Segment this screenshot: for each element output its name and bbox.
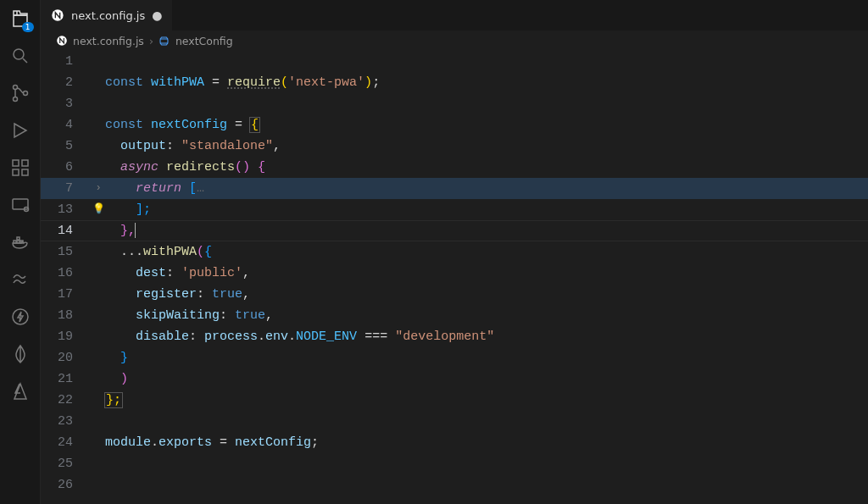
chevron-right-icon: › (149, 35, 153, 47)
nodejs-file-icon (51, 8, 64, 22)
line-number: 3 (41, 93, 88, 114)
extensions-icon[interactable] (8, 156, 32, 180)
svg-rect-6 (22, 169, 28, 175)
line-number: 13 (41, 199, 88, 220)
code-line: skipWaiting: true, (105, 305, 868, 326)
tailwind-icon[interactable] (8, 268, 32, 291)
code-line: ) (105, 368, 868, 390)
svg-point-1 (13, 86, 17, 90)
breadcrumb-file: next.config.js (73, 35, 144, 47)
tab-file-label: next.config.js (71, 9, 145, 22)
line-number: 1 (41, 51, 88, 72)
line-number: 7 (41, 178, 88, 199)
line-number: 25 (41, 453, 88, 474)
app-root: 1 (0, 0, 868, 504)
code-line: dest: 'public', (105, 263, 868, 284)
docker-icon[interactable] (8, 230, 32, 254)
fold-chevron-icon[interactable]: › (92, 178, 105, 199)
line-number: 22 (41, 390, 88, 411)
svg-point-3 (23, 91, 27, 96)
code-line (105, 93, 868, 114)
code-line: ...withPWA({ (105, 241, 868, 263)
line-number: 16 (41, 263, 88, 284)
code-editor[interactable]: 💡 1 2 3 4 5 6 7 13 14 15 16 17 18 19 20 … (41, 51, 868, 504)
dirty-indicator-icon: ● (152, 8, 162, 22)
search-icon[interactable] (8, 44, 32, 68)
code-line: }; (105, 390, 868, 411)
svg-rect-7 (22, 160, 28, 166)
code-line: disable: process.env.NODE_ENV === "devel… (105, 326, 868, 347)
breadcrumb-symbol: nextConfig (175, 35, 233, 47)
svg-rect-17 (160, 39, 168, 43)
line-number: 15 (41, 241, 88, 263)
code-line: register: true, (105, 284, 868, 305)
code-content[interactable]: const withPWA = require('next-pwa'); con… (105, 51, 868, 504)
mongodb-icon[interactable] (8, 342, 32, 366)
svg-rect-13 (17, 237, 19, 240)
code-line (105, 51, 868, 72)
breadcrumb[interactable]: next.config.js › nextConfig (41, 30, 868, 51)
line-number: 26 (41, 474, 88, 496)
code-line: output: "standalone", (105, 136, 868, 157)
line-number: 4 (41, 114, 88, 136)
line-number: 23 (41, 411, 88, 432)
run-debug-icon[interactable] (8, 119, 32, 142)
svg-rect-5 (13, 169, 19, 175)
code-line (105, 474, 868, 496)
explorer-badge: 1 (22, 22, 34, 32)
svg-point-2 (13, 97, 17, 102)
line-number: 20 (41, 347, 88, 368)
code-line: } (105, 347, 868, 368)
line-number: 19 (41, 326, 88, 347)
code-line: async redirects() { (105, 157, 868, 178)
azure-icon[interactable] (8, 379, 32, 403)
symbol-variable-icon (159, 35, 170, 47)
fold-column: › (92, 51, 105, 504)
code-line (105, 411, 868, 432)
line-number: 21 (41, 368, 88, 390)
remote-icon[interactable] (8, 193, 32, 217)
line-number: 18 (41, 305, 88, 326)
svg-point-0 (14, 49, 24, 59)
line-number: 6 (41, 157, 88, 178)
code-line: const withPWA = require('next-pwa'); (105, 72, 868, 93)
code-line: const nextConfig = { (105, 114, 868, 136)
code-line: return [… (105, 178, 868, 199)
nodejs-file-icon (56, 35, 68, 47)
tab-file[interactable]: next.config.js ● (41, 0, 173, 30)
line-number: 5 (41, 136, 88, 157)
gutter: 1 2 3 4 5 6 7 13 14 15 16 17 18 19 20 21… (41, 51, 92, 504)
lightbulb-icon[interactable]: 💡 (92, 199, 105, 220)
activity-bar: 1 (0, 0, 41, 504)
code-line: }, (105, 220, 868, 241)
line-number: 2 (41, 72, 88, 93)
line-number: 24 (41, 432, 88, 453)
svg-point-14 (13, 309, 28, 324)
source-control-icon[interactable] (8, 81, 32, 105)
tab-bar: next.config.js ● (41, 0, 868, 30)
text-cursor (135, 223, 136, 238)
line-number: 14 (41, 220, 88, 241)
code-line: module.exports = nextConfig; (105, 432, 868, 453)
bolt-icon[interactable] (8, 305, 32, 329)
line-number: 17 (41, 284, 88, 305)
svg-rect-4 (13, 160, 19, 166)
editor-area: next.config.js ● next.config.js › nextCo… (41, 0, 868, 504)
explorer-icon[interactable]: 1 (8, 7, 32, 30)
code-line: ]; (105, 199, 868, 220)
code-line (105, 453, 868, 474)
